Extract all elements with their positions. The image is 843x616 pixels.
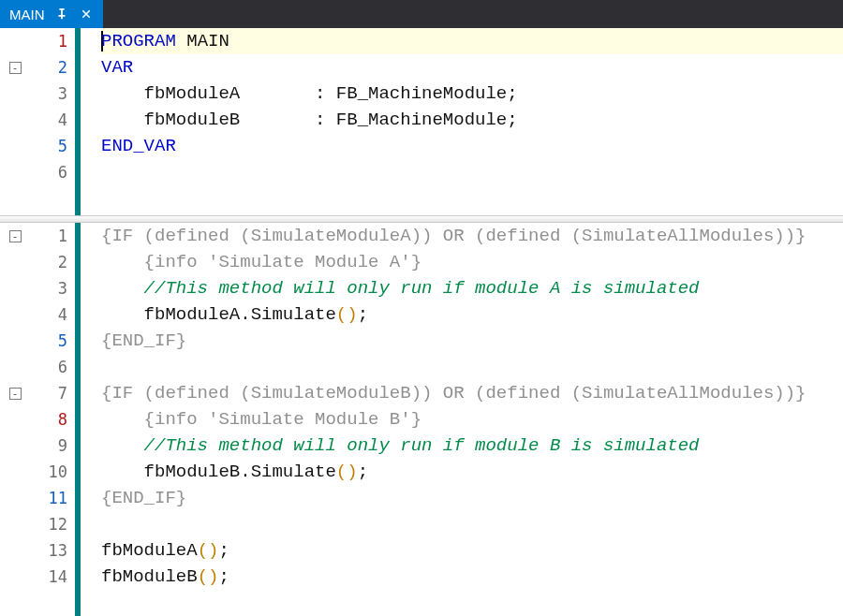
- line-number: 1: [58, 32, 67, 51]
- code-area-top[interactable]: PROGRAM MAINVAR fbModuleA : FB_MachineMo…: [97, 28, 843, 215]
- line-number: 7: [58, 384, 67, 403]
- line-number: 8: [58, 410, 67, 429]
- code-line[interactable]: fbModuleA : FB_MachineModule;: [101, 81, 518, 107]
- line-number: 6: [58, 358, 67, 376]
- line-number: 6: [58, 163, 67, 182]
- code-line[interactable]: {END_IF}: [101, 328, 186, 354]
- code-area-bottom[interactable]: {IF (defined (SimulateModuleA)) OR (defi…: [97, 223, 843, 616]
- gutter-gap: [81, 223, 97, 616]
- code-line[interactable]: //This method will only run if module A …: [101, 275, 700, 301]
- code-line[interactable]: {IF (defined (SimulateModuleA)) OR (defi…: [101, 223, 806, 249]
- code-line[interactable]: PROGRAM MAIN: [101, 28, 229, 54]
- close-icon[interactable]: [79, 7, 94, 22]
- code-line[interactable]: {END_IF}: [101, 485, 186, 511]
- line-number: 11: [49, 489, 67, 507]
- line-number: 12: [49, 515, 67, 534]
- code-line[interactable]: {info 'Simulate Module A'}: [101, 249, 422, 275]
- line-number: 4: [58, 305, 67, 324]
- fold-toggle[interactable]: -: [9, 62, 22, 74]
- code-line[interactable]: fbModuleB();: [101, 564, 229, 590]
- line-number: 5: [58, 137, 67, 155]
- tab-main[interactable]: MAIN: [0, 0, 103, 28]
- line-number: 13: [49, 541, 67, 560]
- fold-toggle[interactable]: -: [9, 388, 22, 400]
- line-number: 4: [58, 110, 67, 129]
- line-number: 1: [58, 227, 67, 245]
- line-number: 3: [58, 279, 67, 298]
- line-number: 5: [58, 331, 67, 350]
- line-number: 2: [58, 58, 67, 77]
- pane-splitter[interactable]: [0, 215, 843, 223]
- tab-title: MAIN: [9, 7, 45, 22]
- gutter-gap: [81, 28, 97, 215]
- implementation-pane: -- 1234567891011121314 {IF (defined (Sim…: [0, 223, 843, 616]
- editor-window: MAIN - 123456 PROGRAM MAINVAR fbModuleA …: [0, 0, 843, 616]
- code-line[interactable]: {info 'Simulate Module B'}: [101, 406, 422, 433]
- code-line[interactable]: fbModuleA();: [101, 537, 229, 564]
- fold-column-top: -: [0, 28, 30, 215]
- code-line[interactable]: fbModuleB : FB_MachineModule;: [101, 107, 518, 133]
- code-line[interactable]: {IF (defined (SimulateModuleB)) OR (defi…: [101, 380, 806, 406]
- tab-bar: MAIN: [0, 0, 843, 28]
- line-number: 9: [58, 436, 67, 455]
- line-number: 2: [58, 253, 67, 271]
- fold-column-bottom: --: [0, 223, 30, 616]
- line-number: 10: [49, 462, 67, 481]
- code-line[interactable]: fbModuleB.Simulate();: [101, 459, 368, 485]
- gutter-bottom: 1234567891011121314: [30, 223, 75, 616]
- line-number: 3: [58, 84, 67, 103]
- pin-icon[interactable]: [54, 7, 69, 22]
- line-number: 14: [49, 567, 67, 586]
- code-line[interactable]: END_VAR: [101, 133, 176, 159]
- code-line[interactable]: VAR: [101, 54, 133, 81]
- declaration-pane: - 123456 PROGRAM MAINVAR fbModuleA : FB_…: [0, 28, 843, 215]
- gutter-top: 123456: [30, 28, 75, 215]
- code-line[interactable]: //This method will only run if module B …: [101, 433, 700, 459]
- fold-toggle[interactable]: -: [9, 230, 22, 242]
- split-panes: - 123456 PROGRAM MAINVAR fbModuleA : FB_…: [0, 28, 843, 616]
- code-line[interactable]: fbModuleA.Simulate();: [101, 301, 368, 328]
